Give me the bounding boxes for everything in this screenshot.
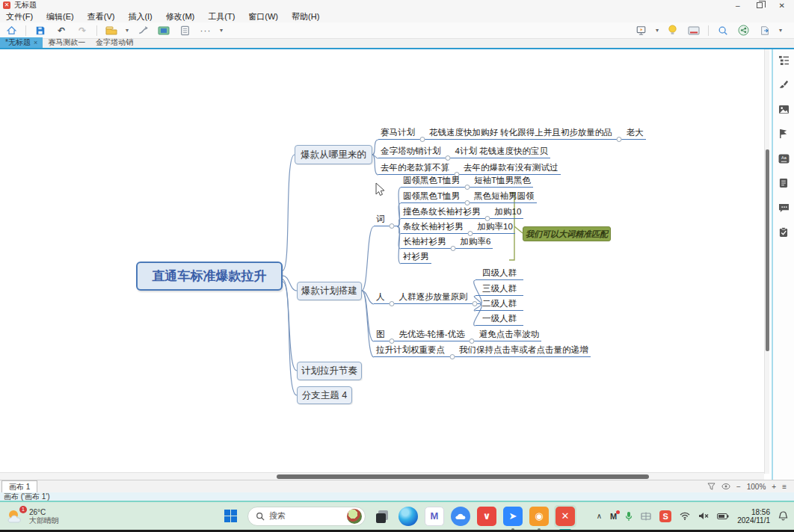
subtopic[interactable]: 撞色条纹长袖衬衫男 (401, 206, 483, 219)
collapse-handle-icon[interactable] (483, 213, 493, 219)
label-panel-icon[interactable]: Aa (778, 152, 790, 164)
cloud-app-icon[interactable] (451, 507, 470, 526)
search-icon[interactable] (716, 25, 730, 37)
tab-saima[interactable]: 赛马测款一 (43, 37, 90, 48)
row-crowd-3[interactable]: 三级人群 (476, 283, 523, 296)
image-panel-icon[interactable] (778, 103, 790, 115)
drill-down-icon[interactable] (157, 25, 170, 37)
subtopic[interactable]: 我们保持点击率或者点击量的递增 (457, 344, 591, 357)
xmind-app-icon[interactable]: ✕ (556, 507, 575, 526)
subtopic[interactable]: 图 (374, 329, 387, 341)
menu-tools[interactable]: 工具(T) (208, 11, 235, 22)
row-word-5[interactable]: 长袖衬衫男加购率6 (401, 236, 493, 249)
topic-plan-build[interactable]: 爆款计划搭建 (297, 282, 362, 300)
collapse-handle-icon[interactable] (462, 197, 472, 203)
xmind-app-active[interactable]: ✕ (554, 505, 576, 528)
subtopic[interactable]: 花钱速度快加购好 转化跟得上并且初步放量的品 (427, 127, 615, 140)
row-crowd-1[interactable]: 一级人群 (476, 313, 523, 326)
menu-view[interactable]: 查看(V) (87, 11, 115, 22)
redo-icon[interactable]: ↷ (76, 25, 89, 37)
subtopic[interactable]: 黑色短袖男圆领 (472, 191, 537, 203)
collapse-handle-icon[interactable] (452, 169, 461, 175)
subtopic[interactable]: 金字塔动销计划 (378, 146, 443, 158)
outline-view-icon[interactable] (178, 25, 191, 37)
mindmaster-app-icon[interactable]: M (425, 507, 444, 526)
idea-bulb-icon[interactable] (666, 25, 680, 37)
comment-panel-icon[interactable] (778, 202, 790, 214)
topic-branch-4[interactable]: 分支主题 4 (297, 386, 352, 404)
row-picture[interactable]: 图先优选-轮播-优选避免点击率波动 (374, 329, 541, 341)
orange-app-icon[interactable]: ◉ (529, 507, 549, 526)
export-icon[interactable] (758, 25, 772, 37)
subtopic[interactable]: 加购10 (493, 206, 524, 219)
edge-app-icon[interactable] (398, 507, 418, 526)
taskview-app-icon[interactable] (372, 507, 392, 526)
subtopic[interactable]: 去年的爆款有没有测试过 (461, 162, 561, 175)
subtopic[interactable]: 去年的老款算不算 (378, 162, 452, 175)
record-screen-icon[interactable] (687, 25, 701, 37)
menu-insert[interactable]: 插入(I) (128, 11, 152, 22)
filter-icon[interactable] (707, 483, 715, 490)
row-crowd-2[interactable]: 二级人群 (476, 298, 523, 311)
fit-view-button[interactable]: ≡ (782, 483, 787, 491)
start-button[interactable] (224, 510, 237, 522)
subtopic[interactable]: 二级人群 (476, 298, 523, 311)
menu-help[interactable]: 帮助(H) (292, 11, 319, 22)
collapse-handle-icon[interactable] (387, 298, 397, 304)
horizontal-scrollbar[interactable] (0, 472, 764, 480)
more-tools-icon[interactable]: ··· (199, 25, 212, 37)
subtopic[interactable]: 加购率6 (458, 236, 493, 249)
minimize-button[interactable]: – (736, 1, 740, 10)
subtopic[interactable]: 三级人群 (476, 283, 523, 296)
menu-edit[interactable]: 编辑(E) (46, 11, 74, 22)
subtopic[interactable]: 圆领黑色T恤男 (401, 191, 462, 203)
relationship-icon[interactable] (136, 25, 150, 37)
tray-clock[interactable]: 18:56 2024/11/1 (737, 508, 770, 525)
horizontal-scrollbar-thumb[interactable] (277, 474, 649, 479)
close-button[interactable]: ✕ (779, 1, 785, 10)
collapse-handle-icon[interactable] (467, 335, 477, 341)
row-weight[interactable]: 拉升计划权重要点我们保持点击率或者点击量的递增 (374, 344, 591, 357)
save-icon[interactable] (34, 25, 47, 37)
collapse-handle-icon[interactable] (417, 134, 427, 140)
row-word-3[interactable]: 撞色条纹长袖衬衫男加购10 (401, 206, 523, 219)
tray-chevron-icon[interactable]: ∧ (597, 512, 602, 520)
theme-icon[interactable] (105, 25, 118, 37)
tray-sogou-icon[interactable]: S (659, 510, 671, 522)
tray-volume-muted-icon[interactable] (698, 512, 709, 520)
messenger-app-icon[interactable]: ➤ (503, 507, 523, 526)
menu-modify[interactable]: 修改(M) (166, 11, 195, 22)
subtopic[interactable]: 拉升计划权重要点 (374, 344, 447, 357)
subtopic[interactable]: 避免点击率波动 (477, 329, 542, 341)
restore-button[interactable] (757, 2, 763, 8)
row-person[interactable]: 人人群逐步放量原则 (374, 291, 480, 304)
subtopic[interactable]: 衬衫男 (401, 251, 431, 264)
collapse-handle-icon[interactable] (466, 228, 476, 234)
zoom-in-button[interactable]: + (772, 483, 776, 491)
menu-file[interactable]: 文件(F) (6, 11, 33, 22)
subtopic[interactable]: 4计划 花钱速度快的宝贝 (453, 146, 551, 158)
subtopic[interactable]: 人群逐步放量原则 (397, 291, 470, 304)
home-icon[interactable] (4, 25, 18, 37)
collapse-handle-icon[interactable] (447, 351, 457, 357)
red-app-icon[interactable]: ∨ (477, 507, 496, 526)
task-panel-icon[interactable] (778, 226, 790, 238)
menu-window[interactable]: 窗口(W) (248, 11, 278, 22)
notes-panel-icon[interactable] (778, 177, 790, 189)
tray-mic-icon[interactable] (625, 511, 633, 522)
tab-close-icon[interactable]: × (34, 39, 37, 46)
visibility-icon[interactable] (721, 483, 730, 490)
row-word-4[interactable]: 条纹长袖衬衫男加购率10 (401, 221, 515, 234)
row-word-1[interactable]: 圆领黑色T恤男短袖T恤男黑色 (401, 175, 533, 188)
vertical-scrollbar[interactable] (764, 49, 769, 474)
export-caret-icon[interactable]: ▾ (779, 27, 782, 34)
row-word-2[interactable]: 圆领黑色T恤男黑色短袖男圆领 (401, 191, 537, 203)
undo-icon[interactable]: ↶ (55, 25, 68, 37)
subtopic[interactable]: 词 (374, 214, 387, 226)
subtopic[interactable]: 圆领黑色T恤男 (401, 175, 462, 188)
tray-notification-icon[interactable] (778, 511, 788, 521)
summary-callout[interactable]: 我们可以大词精准匹配 (523, 226, 611, 241)
tray-m-icon[interactable]: M (610, 512, 617, 521)
collapse-handle-icon[interactable] (387, 335, 397, 341)
collapse-handle-icon[interactable] (449, 243, 458, 249)
